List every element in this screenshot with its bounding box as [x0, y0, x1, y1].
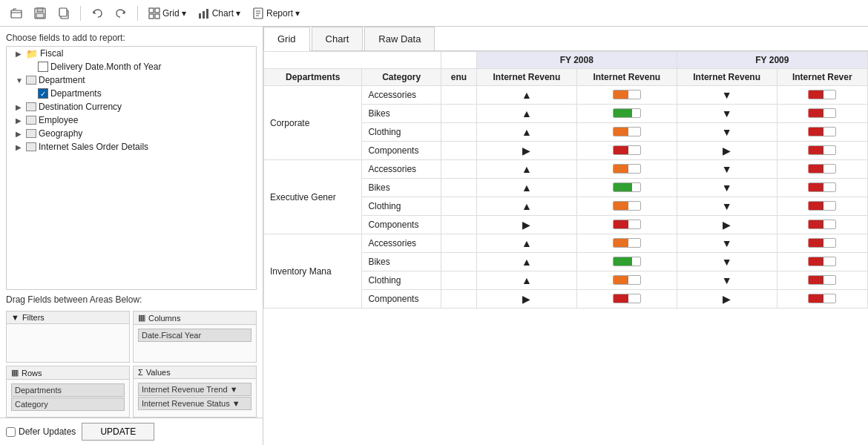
- checkbox-delivery-date[interactable]: [38, 62, 48, 72]
- svg-rect-12: [206, 9, 208, 19]
- pivot-table: FY 2008 FY 2009 Departments Category enu…: [263, 51, 868, 309]
- enu-cell: [441, 271, 476, 290]
- fy2008-trend-cell: ▲: [476, 160, 576, 179]
- bottom-bar: Defer Updates UPDATE: [0, 418, 263, 445]
- rows-label: Rows: [22, 369, 42, 378]
- svg-rect-2: [37, 8, 43, 12]
- enu-cell: [441, 179, 476, 197]
- defer-updates-text: Defer Updates: [19, 426, 76, 437]
- enu-cell: [441, 105, 476, 123]
- category-cell: Components: [362, 290, 441, 309]
- grid-view-button[interactable]: Grid ▾: [144, 5, 191, 22]
- filters-header: ▼ Filters: [7, 312, 129, 324]
- report-dropdown-icon: ▾: [295, 8, 300, 19]
- fy2009-trend-cell: ▶: [677, 216, 777, 234]
- values-chip-status[interactable]: Internet Revenue Status ▼: [138, 397, 251, 410]
- update-button[interactable]: UPDATE: [82, 423, 154, 441]
- fy2008-trend-cell: ▲: [476, 123, 576, 142]
- fy2009-trend-cell: ▼: [677, 123, 777, 142]
- columns-label: Columns: [148, 314, 180, 323]
- values-content[interactable]: Internet Revenue Trend ▼ Internet Revenu…: [134, 379, 256, 416]
- category-cell: Bikes: [362, 253, 441, 271]
- tree-item-employee[interactable]: ▶ Employee: [7, 113, 256, 127]
- rows-content[interactable]: Departments Category: [7, 380, 129, 417]
- fy2009-status-cell: [777, 179, 867, 197]
- filters-area: ▼ Filters: [6, 311, 130, 363]
- columns-header: ▦ Columns: [134, 312, 256, 325]
- fy2008-trend-cell: ▲: [476, 197, 576, 216]
- values-header: Σ Values: [134, 366, 256, 379]
- dept-cell: Inventory Mana: [264, 234, 362, 309]
- rows-chip-departments[interactable]: Departments: [11, 383, 125, 397]
- col-fy2008-status: Internet Revenu: [576, 69, 677, 86]
- col-group-fy2008: FY 2008: [476, 52, 677, 69]
- tree-label-dest-currency: Destination Currency: [39, 102, 122, 112]
- tree-item-delivery-date[interactable]: Delivery Date.Month of Year: [7, 60, 256, 73]
- rows-area: ▦ Rows Departments Category: [6, 366, 130, 418]
- open-button[interactable]: [6, 5, 27, 22]
- pivot-body: CorporateAccessories▲▼Bikes▲▼Clothing▲▼C…: [264, 86, 868, 309]
- expand-icon-fiscal: ▶: [16, 50, 26, 58]
- drag-label: Drag Fields between Areas Below:: [6, 294, 257, 305]
- col-header-row: Departments Category enu Internet Revenu…: [264, 69, 868, 86]
- tab-raw-data[interactable]: Raw Data: [364, 27, 435, 50]
- field-tree: ▶ 📁 Fiscal Delivery Date.Month of Year ▼…: [7, 47, 256, 289]
- tree-item-department[interactable]: ▼ Department: [7, 73, 256, 87]
- values-label: Values: [146, 368, 171, 377]
- sigma-icon: Σ: [138, 368, 143, 377]
- svg-rect-10: [199, 13, 201, 19]
- columns-content[interactable]: Date.Fiscal Year: [134, 325, 256, 362]
- svg-rect-5: [59, 8, 67, 16]
- category-cell: Clothing: [362, 271, 441, 290]
- filters-content[interactable]: [7, 324, 129, 361]
- undo-button[interactable]: [87, 5, 108, 22]
- tree-label-delivery-date: Delivery Date.Month of Year: [50, 62, 161, 72]
- table-icon-employee: [26, 116, 36, 125]
- values-chip-trend[interactable]: Internet Revenue Trend ▼: [138, 383, 251, 396]
- copy-button[interactable]: [53, 5, 74, 22]
- category-cell: Accessories: [362, 160, 441, 179]
- fy2008-trend-cell: ▲: [476, 271, 576, 290]
- chart-dropdown-icon: ▾: [236, 8, 240, 19]
- tree-label-department: Department: [39, 75, 85, 85]
- expand-icon-employee: ▶: [16, 116, 26, 125]
- fy2008-trend-cell: ▲: [476, 179, 576, 197]
- tab-grid[interactable]: Grid: [263, 27, 310, 51]
- expand-icon-internet-sales: ▶: [16, 143, 26, 151]
- fields-label: Choose fields to add to report:: [0, 27, 263, 46]
- fy2008-trend-cell: ▲: [476, 234, 576, 253]
- svg-rect-11: [203, 11, 205, 19]
- redo-button[interactable]: [111, 5, 131, 22]
- save-button[interactable]: [30, 5, 50, 22]
- data-table-wrap[interactable]: FY 2008 FY 2009 Departments Category enu…: [263, 51, 868, 445]
- tree-label-employee: Employee: [39, 115, 78, 125]
- svg-rect-7: [155, 8, 160, 13]
- fy2008-trend-cell: ▶: [476, 290, 576, 309]
- tree-item-departments[interactable]: ✓ Departments: [7, 87, 256, 100]
- fy2008-status-cell: [576, 123, 677, 142]
- tree-item-internet-sales[interactable]: ▶ Internet Sales Order Details: [7, 140, 256, 154]
- fy2009-status-cell: [777, 216, 867, 234]
- tree-item-dest-currency[interactable]: ▶ Destination Currency: [7, 100, 256, 113]
- fy2009-status-cell: [777, 197, 867, 216]
- fy2008-status-cell: [576, 197, 677, 216]
- tab-chart[interactable]: Chart: [312, 27, 364, 50]
- chart-view-button[interactable]: Chart ▾: [194, 5, 245, 22]
- checkbox-departments[interactable]: ✓: [38, 88, 48, 99]
- tree-item-fiscal[interactable]: ▶ 📁 Fiscal: [7, 47, 256, 60]
- empty-group-header: [264, 52, 441, 69]
- defer-updates-label[interactable]: Defer Updates: [6, 426, 76, 437]
- category-cell: Clothing: [362, 197, 441, 216]
- rows-chip-category[interactable]: Category: [11, 398, 125, 411]
- report-view-button[interactable]: Report ▾: [248, 5, 304, 22]
- defer-updates-checkbox[interactable]: [6, 427, 16, 437]
- tree-item-geography[interactable]: ▶ Geography: [7, 127, 256, 140]
- columns-chip-fiscal-year[interactable]: Date.Fiscal Year: [138, 329, 251, 342]
- table-icon-geography: [26, 129, 36, 138]
- fy2008-status-cell: [576, 142, 677, 160]
- left-panel: Choose fields to add to report: ▶ 📁 Fisc…: [0, 27, 263, 445]
- chart-label: Chart: [212, 8, 234, 19]
- fy2008-status-cell: [576, 86, 677, 105]
- main-layout: Choose fields to add to report: ▶ 📁 Fisc…: [0, 27, 868, 445]
- fy2009-status-cell: [777, 160, 867, 179]
